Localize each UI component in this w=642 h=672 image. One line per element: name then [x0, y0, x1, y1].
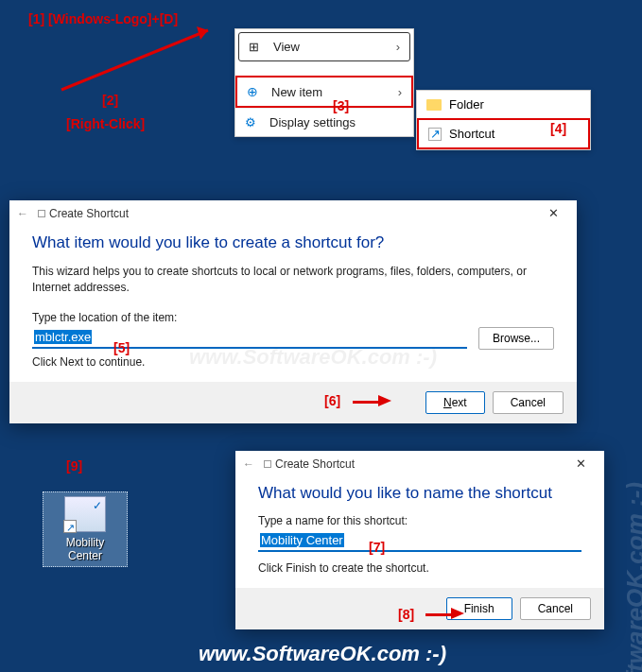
watermark-right: www.SoftwareOK.com :-) — [621, 482, 642, 672]
mobility-center-icon: ✓ ↗ — [64, 496, 106, 532]
shortcut-icon: ↗ — [428, 128, 442, 141]
create-shortcut-dialog-1: ← Create Shortcut ✕ What item would you … — [9, 200, 577, 423]
annotation-8: [8] — [398, 607, 414, 622]
shortcut-overlay-icon: ↗ — [63, 520, 77, 533]
arrow-6-head — [378, 395, 391, 406]
arrow-8-head — [451, 608, 464, 619]
menu-new-item[interactable]: ⊕ New item › — [235, 76, 413, 108]
dialog1-description: This wizard helps you to create shortcut… — [32, 264, 554, 296]
cancel-button[interactable]: Cancel — [493, 391, 564, 414]
submenu-shortcut-label: Shortcut — [449, 127, 495, 141]
close-icon[interactable]: ✕ — [564, 457, 597, 471]
menu-display-label: Display settings — [269, 115, 356, 129]
view-icon: ⊞ — [249, 40, 266, 54]
close-icon[interactable]: ✕ — [537, 206, 569, 220]
arrow-to-menu — [57, 19, 246, 104]
browse-button[interactable]: Browse... — [478, 327, 554, 350]
menu-display-settings[interactable]: ⚙ Display settings — [235, 108, 413, 136]
dialog2-title: Create Shortcut — [275, 457, 355, 471]
folder-icon — [426, 99, 442, 111]
arrow-6 — [353, 401, 381, 404]
arrow-8 — [425, 613, 454, 616]
dialog2-hint: Click Finish to create the shortcut. — [258, 561, 581, 575]
next-button[interactable]: Next — [425, 391, 485, 414]
window-icon — [264, 460, 271, 468]
create-shortcut-dialog-2: ← Create Shortcut ✕ What would you like … — [235, 451, 604, 629]
back-icon[interactable]: ← — [243, 457, 254, 471]
window-icon — [38, 210, 45, 217]
display-icon: ⚙ — [245, 115, 262, 129]
dialog1-title: Create Shortcut — [49, 207, 129, 220]
dialog1-heading: What item would you like to create a sho… — [32, 233, 554, 252]
annotation-4: [4] — [550, 121, 566, 136]
submenu-new: Folder ↗ Shortcut — [416, 90, 591, 150]
dialog2-heading: What would you like to name the shortcut — [258, 484, 581, 503]
dialog1-hint: Click Next to continue. — [32, 355, 554, 369]
menu-new-label: New item — [271, 85, 322, 99]
submenu-folder[interactable]: Folder — [417, 91, 590, 118]
annotation-rightclick: [Right-Click] — [66, 116, 145, 131]
annotation-6: [6] — [324, 393, 340, 408]
annotation-7: [7] — [369, 540, 385, 555]
dialog2-field-label: Type a name for this shortcut: — [258, 514, 581, 527]
menu-view-label: View — [273, 40, 300, 54]
watermark-bottom: www.SoftwareOK.com :-) — [199, 642, 446, 666]
plus-icon: ⊕ — [247, 84, 264, 99]
chevron-right-icon: › — [398, 85, 402, 99]
annotation-9: [9] — [66, 458, 82, 474]
annotation-5: [5] — [113, 340, 130, 355]
titlebar-2: ← Create Shortcut ✕ — [235, 451, 604, 476]
name-input[interactable]: Mobility Center — [258, 530, 581, 552]
dialog1-field-label: Type the location of the item: — [32, 311, 554, 324]
submenu-folder-label: Folder — [449, 97, 484, 112]
location-input[interactable]: mblctr.exe — [32, 327, 467, 349]
desktop-icon-label: Mobility Center — [47, 536, 123, 562]
chevron-right-icon: › — [396, 40, 400, 54]
cancel-button-2[interactable]: Cancel — [520, 597, 591, 620]
context-menu: ⊞ View › ⊕ New item › ⚙ Display settings — [234, 28, 414, 137]
back-icon[interactable]: ← — [17, 207, 28, 220]
svg-line-0 — [61, 30, 208, 90]
desktop-shortcut[interactable]: ✓ ↗ Mobility Center — [43, 491, 128, 567]
titlebar-1: ← Create Shortcut ✕ — [9, 200, 577, 226]
menu-view[interactable]: ⊞ View › — [238, 32, 410, 61]
annotation-3: [3] — [333, 98, 349, 113]
